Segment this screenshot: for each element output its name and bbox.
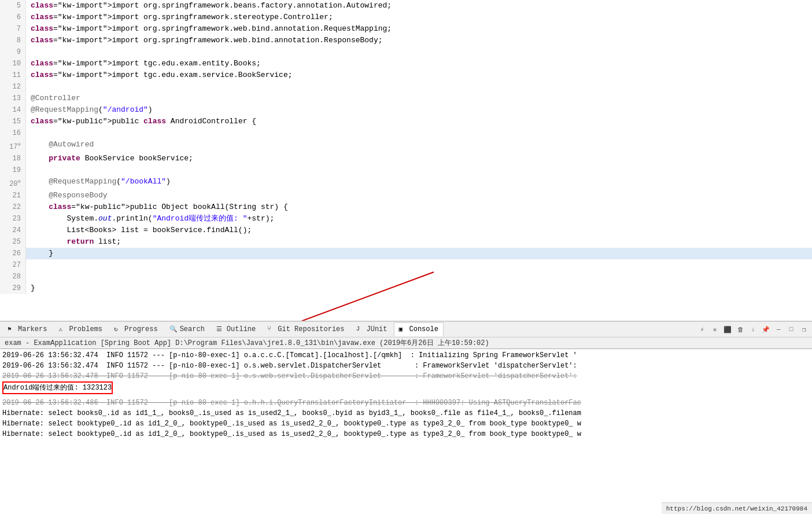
line-content: class="kw-import">import org.springframe… [31, 12, 812, 23]
maximize-icon[interactable]: □ [785, 324, 797, 335]
tab-label-junit: JUnit [367, 325, 387, 333]
line-content: @Autowired [31, 139, 812, 150]
line-number: 5 [0, 0, 26, 12]
console-line: 2019-06-26 13:56:32.474 INFO 11572 --- [… [2, 350, 810, 361]
code-line: 24 List<Books> list = bookService.findAl… [0, 225, 812, 236]
tab-outline[interactable]: ☰Outline [211, 322, 261, 336]
tab-git[interactable]: ⑂Git Repositories [262, 322, 349, 336]
clear-icon[interactable]: 🗑 [735, 324, 746, 335]
console-icon: ▣ [399, 325, 407, 333]
line-number: 9 [0, 46, 26, 58]
status-url: https://blog.csdn.net/weixin_42170984 [666, 505, 807, 512]
line-content [31, 81, 812, 93]
line-number: 7 [0, 23, 26, 35]
line-content: class="kw-import">import org.springframe… [31, 35, 812, 46]
app-title-text: exam - ExamApplication [Spring Boot App]… [5, 338, 489, 348]
line-content: @RequestMapping("/bookAll") [31, 176, 812, 188]
line-number: 8 [0, 35, 26, 46]
android-output-box: Android端传过来的值: 1323123 [2, 381, 113, 394]
junit-icon: J [356, 325, 364, 333]
line-number: 15 [0, 116, 26, 127]
code-line: 25 return list; [0, 236, 812, 248]
line-number: 13 [0, 93, 26, 104]
code-line: 18 private BookService bookService; [0, 153, 812, 164]
tab-label-outline: Outline [227, 325, 256, 333]
line-content: List<Books> list = bookService.findAll()… [31, 225, 812, 236]
line-number: 19 [0, 164, 26, 176]
line-content: } [31, 282, 812, 294]
code-line: 26 } [0, 248, 812, 259]
app-title-bar: exam - ExamApplication [Spring Boot App]… [0, 337, 812, 349]
bottom-panel: ⚑Markers⚠Problems↻Progress🔍Search☰Outlin… [0, 321, 812, 514]
code-line: 29} [0, 282, 812, 294]
git-icon: ⑂ [267, 325, 275, 333]
tab-search[interactable]: 🔍Search [164, 322, 210, 336]
tab-progress[interactable]: ↻Progress [109, 322, 163, 336]
tab-label-search: Search [180, 325, 205, 333]
tab-toolbar: ⚡✕⬛🗑↓📌—□❐ [696, 324, 810, 335]
problems-icon: ⚠ [58, 325, 67, 333]
console-line: Hibernate: select books0_.id as id1_1_, … [2, 408, 810, 418]
code-line: 11class="kw-import">import tgc.edu.exam.… [0, 69, 812, 81]
code-line: 22 class="kw-public">public Object bookA… [0, 201, 812, 213]
console-line: Android端传过来的值: 1323123 [2, 381, 810, 398]
tab-label-progress: Progress [124, 325, 158, 333]
code-line: 10class="kw-import">import tgc.edu.exam.… [0, 58, 812, 69]
line-content: private BookService bookService; [31, 153, 812, 164]
console-line: Hibernate: select booktype0_.id as id1_2… [2, 429, 810, 439]
tab-label-problems: Problems [69, 325, 102, 333]
console-line: 2019-06-26 13:56:32.474 INFO 11572 --- [… [2, 361, 810, 371]
line-number: 11 [0, 69, 26, 81]
line-content: return list; [31, 236, 812, 248]
tab-markers[interactable]: ⚑Markers [2, 322, 52, 336]
code-line: 27 [0, 259, 812, 271]
line-number: 25 [0, 236, 26, 248]
link-icon[interactable]: ⚡ [696, 324, 708, 335]
search-icon: 🔍 [169, 325, 178, 333]
stop-icon[interactable]: ⬛ [722, 324, 733, 335]
code-line: 6class="kw-import">import org.springfram… [0, 12, 812, 23]
tab-label-git: Git Repositories [278, 325, 344, 333]
code-line: 14@RequestMapping("/android") [0, 104, 812, 116]
code-line: 13@Controller [0, 93, 812, 104]
line-number: 14 [0, 104, 26, 116]
code-line: 17⊖ @Autowired [0, 139, 812, 153]
tab-junit[interactable]: JJUnit [351, 322, 393, 336]
outline-icon: ☰ [216, 325, 224, 333]
close-icon[interactable]: ✕ [709, 324, 721, 335]
line-content: class="kw-public">public class AndroidCo… [31, 116, 812, 127]
code-line: 5class="kw-import">import org.springfram… [0, 0, 812, 12]
tab-label-markers: Markers [18, 325, 47, 333]
code-editor: 5class="kw-import">import org.springfram… [0, 0, 812, 321]
code-line: 7class="kw-import">import org.springfram… [0, 23, 812, 35]
line-number: 24 [0, 225, 26, 236]
line-number: 21 [0, 190, 26, 201]
line-number: 29 [0, 282, 26, 294]
line-content [31, 127, 812, 139]
code-line: 28 [0, 271, 812, 282]
line-content: class="kw-import">import tgc.edu.exam.se… [31, 69, 812, 81]
console-line: Hibernate: select booktype0_.id as id1_2… [2, 418, 810, 429]
progress-icon: ↻ [114, 325, 122, 333]
line-number: 16 [0, 127, 26, 139]
line-content: @Controller [31, 93, 812, 104]
scroll-icon[interactable]: ↓ [747, 324, 759, 335]
tab-problems[interactable]: ⚠Problems [53, 322, 108, 336]
console-output[interactable]: 2019-06-26 13:56:32.474 INFO 11572 --- [… [0, 349, 812, 514]
line-content: class="kw-import">import org.springframe… [31, 23, 812, 35]
line-number: 27 [0, 259, 26, 271]
line-content [31, 271, 812, 282]
line-number: 20⊖ [0, 176, 26, 190]
tab-console[interactable]: ▣Console [394, 322, 444, 336]
line-content: class="kw-import">import tgc.edu.exam.en… [31, 58, 812, 69]
tab-label-console: Console [409, 325, 438, 333]
code-line: 21 @ResponseBody [0, 190, 812, 201]
code-line: 23 System.out.println("Android端传过来的值: "+… [0, 213, 812, 225]
pin-icon[interactable]: 📌 [760, 324, 772, 335]
minimize-icon[interactable]: — [773, 324, 784, 335]
line-content: @RequestMapping("/android") [31, 104, 812, 116]
line-content [31, 259, 812, 271]
line-number: 18 [0, 153, 26, 164]
restore-icon[interactable]: ❐ [798, 324, 810, 335]
line-content [31, 46, 812, 58]
